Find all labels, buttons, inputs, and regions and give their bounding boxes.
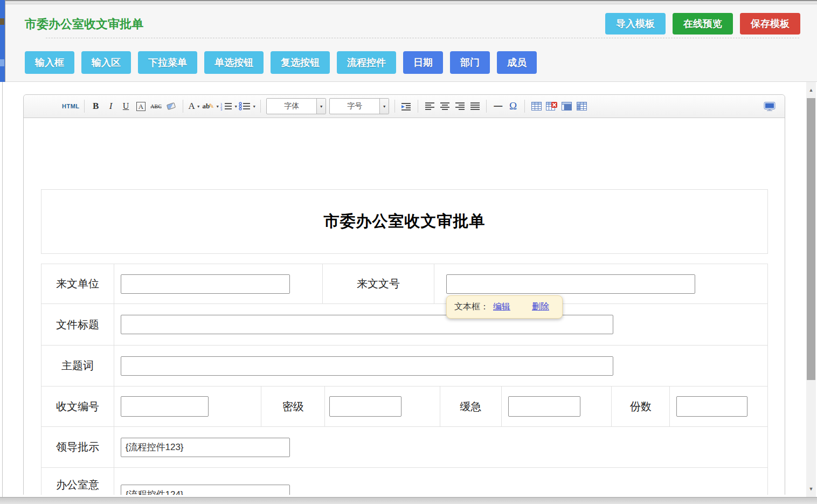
widget-button-row: 输入框 输入区 下拉菜单 单选按钮 复选按钮 流程控件 日期 部门 成员 [25, 51, 537, 74]
huanji-input[interactable] [508, 396, 580, 417]
shouwen-bianhao-input[interactable] [121, 396, 209, 417]
toolbar-separator [486, 100, 487, 113]
italic-button[interactable]: I [104, 99, 118, 114]
save-template-button[interactable]: 保存模板 [740, 13, 800, 34]
edit-widget-link[interactable]: 编辑 [493, 301, 510, 313]
form-title-box: 市委办公室收文审批单 [41, 189, 768, 254]
align-center-icon [440, 102, 449, 110]
table-row: 来文单位 来文文号 [41, 264, 767, 304]
add-textarea-button[interactable]: 输入区 [81, 51, 131, 74]
field-input-cell [325, 386, 440, 426]
field-label: 来文单位 [56, 277, 99, 291]
scrollbar-thumb[interactable] [807, 98, 815, 380]
eraser-icon [167, 102, 176, 110]
field-label-cell: 领导批示 [41, 427, 114, 467]
table-row-properties-button[interactable] [574, 99, 588, 114]
vertical-scrollbar[interactable]: ▲ ▼ [806, 82, 816, 497]
add-flow-control-button[interactable]: 流程控件 [337, 51, 396, 74]
unordered-list-button[interactable]: ▼ [239, 99, 256, 114]
sidebar-icon-fragment [0, 18, 4, 25]
font-family-value: 字体 [267, 99, 316, 114]
field-input-cell [502, 386, 612, 426]
strikethrough-icon: ABC [150, 103, 162, 109]
delete-table-button[interactable] [544, 99, 558, 114]
field-input-cell [114, 346, 767, 386]
insert-table-button[interactable] [529, 99, 543, 114]
unordered-list-icon [239, 102, 251, 111]
toolbar-separator [524, 100, 525, 113]
bold-icon: B [93, 101, 99, 112]
underline-button[interactable]: U [119, 99, 133, 114]
table-row: 收文编号 密级 缓急 份数 [41, 386, 767, 427]
html-source-icon: HTML [62, 103, 80, 109]
fullscreen-preview-button[interactable] [763, 99, 777, 114]
italic-icon: I [109, 101, 113, 112]
table-cell-properties-button[interactable] [559, 99, 573, 114]
laiwen-wenhao-input[interactable] [446, 274, 695, 294]
field-label: 领导批示 [56, 440, 99, 454]
editor-content[interactable]: 市委办公室收文审批单 来文单位 来文文号 文件标题 主题词 [24, 118, 785, 495]
field-label-cell: 主题词 [41, 346, 114, 386]
chevron-down-icon: ▼ [234, 105, 238, 108]
remove-format-button[interactable] [164, 99, 178, 114]
align-right-button[interactable] [453, 99, 467, 114]
bangongshi-yijian-input[interactable] [121, 485, 290, 495]
html-source-button[interactable]: HTML [62, 99, 80, 114]
tooltip-label: 文本框： [454, 301, 489, 313]
field-input-cell [114, 427, 767, 467]
delete-table-icon [546, 102, 557, 111]
toolbar-separator [260, 100, 261, 113]
ordered-list-icon: 123 [220, 102, 232, 111]
window-bottom-edge [0, 497, 817, 504]
field-label-cell: 份数 [612, 386, 670, 426]
scroll-down-arrow-icon[interactable]: ▼ [806, 482, 816, 496]
strikethrough-button[interactable]: ABC [149, 99, 163, 114]
underline-icon: U [123, 101, 129, 111]
chevron-down-icon: ▼ [216, 105, 219, 108]
indent-button[interactable] [399, 99, 413, 114]
delete-widget-link[interactable]: 删除 [532, 301, 549, 313]
miji-input[interactable] [329, 396, 401, 417]
field-input-cell [114, 468, 767, 495]
field-input-cell [670, 386, 767, 426]
toolbar-separator [183, 100, 183, 113]
table-row: 文件标题 [41, 304, 767, 346]
align-left-button[interactable] [423, 99, 437, 114]
align-center-button[interactable] [438, 99, 452, 114]
lingdao-pishi-input[interactable] [121, 438, 290, 457]
bold-button[interactable]: B [89, 99, 103, 114]
table-row: 领导批示 [41, 427, 767, 468]
add-date-button[interactable]: 日期 [403, 51, 443, 74]
chevron-down-icon[interactable]: ▼ [379, 99, 389, 114]
toolbar-separator [394, 100, 395, 113]
align-justify-button[interactable] [468, 99, 482, 114]
scroll-up-arrow-icon[interactable]: ▲ [806, 83, 816, 97]
header-actions: 导入模板 在线预览 保存模板 [605, 13, 800, 34]
monitor-icon [764, 102, 776, 111]
add-department-button[interactable]: 部门 [450, 51, 490, 74]
field-label-cell: 来文文号 [323, 264, 434, 303]
add-radio-button[interactable]: 单选按钮 [204, 51, 264, 74]
add-member-button[interactable]: 成员 [497, 51, 537, 74]
field-label: 缓急 [460, 399, 481, 414]
font-size-select[interactable]: 字号 ▼ [329, 98, 389, 114]
add-input-box-button[interactable]: 输入框 [25, 51, 74, 74]
add-dropdown-button[interactable]: 下拉菜单 [138, 51, 197, 74]
horizontal-rule-button[interactable]: — [491, 99, 505, 114]
import-template-button[interactable]: 导入模板 [605, 13, 666, 34]
font-color-button[interactable]: A▼ [188, 99, 202, 114]
online-preview-button[interactable]: 在线预览 [673, 13, 733, 34]
ordered-list-button[interactable]: 123 ▼ [220, 99, 238, 114]
laiwen-danwei-input[interactable] [121, 274, 290, 294]
highlight-color-button[interactable]: ab✎▼ [203, 99, 220, 114]
font-family-select[interactable]: 字体 ▼ [266, 98, 326, 114]
add-checkbox-button[interactable]: 复选按钮 [271, 51, 330, 74]
char-border-button[interactable]: A [134, 99, 148, 114]
special-char-button[interactable]: Ω [506, 99, 520, 114]
zhutici-input[interactable] [121, 356, 613, 376]
fenshu-input[interactable] [676, 396, 747, 417]
chevron-down-icon[interactable]: ▼ [316, 99, 326, 114]
page-title: 市委办公室收文审批单 [25, 16, 143, 32]
toolbar-separator [84, 100, 85, 113]
app-sidebar-strip [0, 0, 5, 82]
